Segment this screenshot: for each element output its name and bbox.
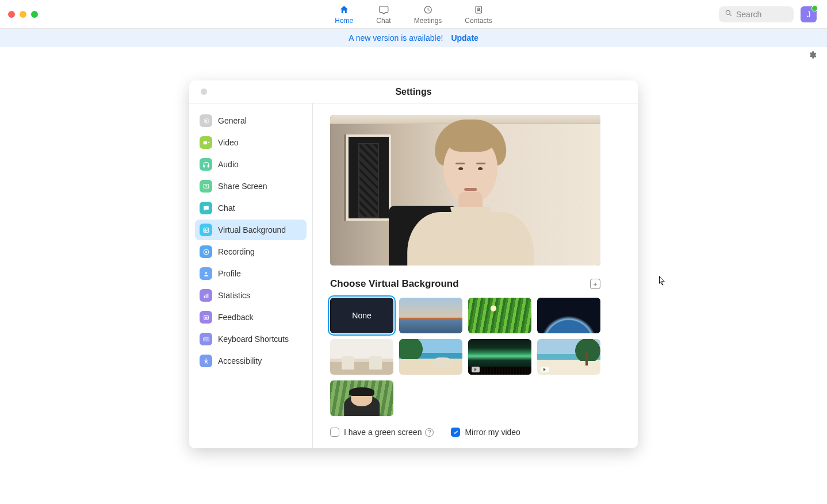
settings-window: Settings General Video Audio xyxy=(189,80,638,448)
sidebar-item-label: Share Screen xyxy=(218,182,267,191)
bg-option-beach2[interactable] xyxy=(537,339,600,375)
main-nav: Home Chat Meetings Contacts xyxy=(335,0,492,28)
bg-option-none[interactable]: None xyxy=(330,298,393,333)
sidebar-item-statistics[interactable]: Statistics xyxy=(195,285,307,306)
video-preview xyxy=(330,115,600,266)
search-icon xyxy=(725,9,733,19)
settings-sidebar: General Video Audio Share Screen xyxy=(189,103,313,448)
nav-tab-chat[interactable]: Chat xyxy=(376,0,390,28)
nav-tab-home[interactable]: Home xyxy=(335,0,353,28)
nav-tab-label: Contacts xyxy=(465,17,492,25)
user-avatar[interactable]: J xyxy=(801,6,817,22)
sidebar-item-label: Recording xyxy=(218,247,255,256)
svg-rect-6 xyxy=(203,165,204,167)
sidebar-item-label: Statistics xyxy=(218,291,250,300)
share-screen-icon xyxy=(200,180,212,193)
svg-rect-15 xyxy=(205,294,206,298)
clock-icon xyxy=(422,4,434,16)
settings-panel-virtual-background: Choose Virtual Background + None xyxy=(313,103,638,448)
green-screen-label: I have a green screen xyxy=(344,428,422,437)
banner-message: A new version is available! xyxy=(349,33,443,43)
bg-option-grass[interactable] xyxy=(468,298,531,333)
search-input[interactable]: Search xyxy=(719,6,794,22)
sidebar-item-chat[interactable]: Chat xyxy=(195,198,307,218)
svg-point-19 xyxy=(206,317,207,317)
contacts-icon xyxy=(473,4,484,16)
record-icon xyxy=(200,245,212,258)
svg-rect-7 xyxy=(208,165,209,167)
stats-icon xyxy=(200,289,212,302)
section-header: Choose Virtual Background + xyxy=(330,278,600,290)
svg-point-12 xyxy=(205,251,206,252)
settings-gear-icon[interactable] xyxy=(808,51,817,61)
sidebar-item-label: Audio xyxy=(218,160,239,169)
bg-option-beach1[interactable] xyxy=(399,339,462,375)
home-icon xyxy=(338,4,350,16)
video-indicator-icon xyxy=(541,367,549,372)
bg-option-aurora[interactable] xyxy=(468,339,531,375)
bg-option-room[interactable] xyxy=(330,339,393,375)
add-background-button[interactable]: + xyxy=(590,279,600,289)
sidebar-item-label: Virtual Background xyxy=(218,225,286,234)
bg-option-earth[interactable] xyxy=(537,298,600,333)
sidebar-item-video[interactable]: Video xyxy=(195,132,307,153)
nav-tab-label: Home xyxy=(335,17,353,25)
headphones-icon xyxy=(200,158,212,171)
search-placeholder: Search xyxy=(736,10,761,19)
avatar-initial: J xyxy=(807,10,811,19)
svg-point-10 xyxy=(205,229,206,230)
svg-point-13 xyxy=(205,272,206,274)
content-header xyxy=(0,47,827,64)
mirror-video-label: Mirror my video xyxy=(465,428,520,437)
feedback-icon xyxy=(200,311,212,324)
update-link[interactable]: Update xyxy=(451,33,478,43)
minimize-window-button[interactable] xyxy=(20,11,26,18)
svg-rect-14 xyxy=(204,295,205,298)
sidebar-item-recording[interactable]: Recording xyxy=(195,241,307,262)
help-icon[interactable]: ? xyxy=(425,428,434,437)
settings-close-button[interactable] xyxy=(201,89,207,95)
window-title-bar: Home Chat Meetings Contacts Search xyxy=(0,0,827,29)
video-indicator-icon xyxy=(472,367,480,372)
sidebar-item-label: Chat xyxy=(218,203,235,213)
nav-tab-label: Chat xyxy=(376,17,390,25)
sidebar-item-label: Accessibility xyxy=(218,356,262,366)
svg-rect-16 xyxy=(207,293,208,298)
sidebar-item-share-screen[interactable]: Share Screen xyxy=(195,176,307,197)
chat-bubble-icon xyxy=(378,4,389,16)
sidebar-item-virtual-background[interactable]: Virtual Background xyxy=(195,220,307,240)
settings-titlebar: Settings xyxy=(189,80,638,103)
nav-tab-contacts[interactable]: Contacts xyxy=(465,0,492,28)
svg-point-21 xyxy=(205,358,206,359)
sidebar-item-profile[interactable]: Profile xyxy=(195,263,307,284)
sidebar-item-accessibility[interactable]: Accessibility xyxy=(195,351,307,371)
svg-point-18 xyxy=(205,317,205,317)
sidebar-item-general[interactable]: General xyxy=(195,110,307,131)
settings-body: General Video Audio Share Screen xyxy=(189,103,638,448)
green-screen-checkbox[interactable] xyxy=(330,428,339,437)
bg-option-person[interactable] xyxy=(330,380,393,416)
plus-icon: + xyxy=(593,280,598,288)
background-grid: None xyxy=(330,298,600,416)
sidebar-item-label: General xyxy=(218,116,247,125)
green-screen-option[interactable]: I have a green screen ? xyxy=(330,428,434,437)
nav-tab-meetings[interactable]: Meetings xyxy=(414,0,442,28)
svg-point-2 xyxy=(477,7,479,9)
keyboard-icon xyxy=(200,333,212,345)
virtual-bg-icon xyxy=(200,224,212,236)
mirror-video-option[interactable]: Mirror my video xyxy=(451,428,520,437)
sidebar-item-feedback[interactable]: Feedback xyxy=(195,307,307,328)
nav-tab-label: Meetings xyxy=(414,17,442,25)
fullscreen-window-button[interactable] xyxy=(31,11,38,18)
bg-option-bridge[interactable] xyxy=(399,298,462,333)
update-banner: A new version is available! Update xyxy=(0,29,827,47)
sidebar-item-audio[interactable]: Audio xyxy=(195,154,307,175)
accessibility-icon xyxy=(200,355,212,367)
svg-rect-5 xyxy=(203,141,207,144)
mirror-video-checkbox[interactable] xyxy=(451,428,460,437)
sidebar-item-label: Feedback xyxy=(218,313,253,322)
window-controls xyxy=(0,11,38,18)
sidebar-item-keyboard-shortcuts[interactable]: Keyboard Shortcuts xyxy=(195,329,307,349)
close-window-button[interactable] xyxy=(8,11,15,18)
sidebar-item-label: Video xyxy=(218,138,239,147)
